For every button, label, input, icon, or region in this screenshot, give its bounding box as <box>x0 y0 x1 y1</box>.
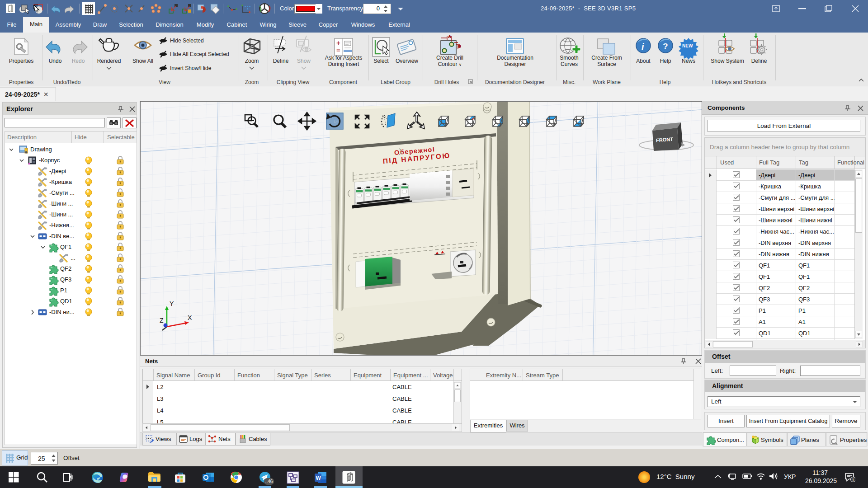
svg-text:A: A <box>448 34 451 38</box>
svg-text:B: B <box>458 44 461 48</box>
svg-text:Z: Z <box>160 317 164 324</box>
svg-text:NEW: NEW <box>682 43 693 48</box>
svg-text:X: X <box>188 314 192 321</box>
svg-text:+: + <box>336 39 340 47</box>
svg-text:i: i <box>642 42 644 52</box>
svg-text:Y: Y <box>170 300 174 307</box>
svg-text:1: 1 <box>852 478 854 482</box>
svg-text:W: W <box>316 475 321 481</box>
svg-text:=: = <box>336 46 340 54</box>
svg-text:?: ? <box>663 42 668 51</box>
